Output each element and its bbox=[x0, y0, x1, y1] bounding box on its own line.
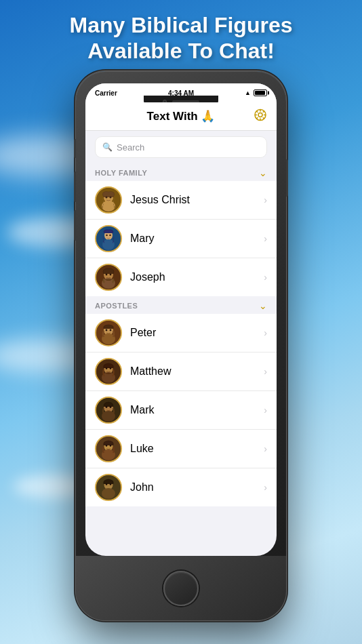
svg-point-28 bbox=[106, 329, 108, 331]
home-button[interactable] bbox=[163, 571, 199, 606]
item-name-joseph: Joseph bbox=[130, 271, 264, 283]
avatar-john bbox=[95, 474, 122, 501]
avatar-jesus bbox=[95, 186, 122, 214]
search-container: 🔍 Search bbox=[85, 131, 277, 163]
power-button bbox=[286, 159, 288, 197]
search-placeholder: Search bbox=[117, 142, 144, 153]
svg-point-1 bbox=[258, 113, 262, 117]
mute-button bbox=[74, 139, 76, 158]
item-name-luke: Luke bbox=[130, 443, 264, 455]
home-button-area bbox=[76, 556, 286, 620]
chevron-right-icon: › bbox=[264, 443, 267, 454]
svg-point-29 bbox=[110, 329, 112, 331]
svg-point-43 bbox=[106, 445, 108, 447]
list-item-peter[interactable]: Peter › bbox=[85, 314, 277, 353]
avatar-joseph bbox=[95, 264, 122, 291]
battery-icon bbox=[254, 89, 267, 96]
section-header-holy-family: HOLY FAMILY ⌄ bbox=[85, 163, 277, 181]
chevron-right-icon: › bbox=[264, 233, 267, 244]
chevron-right-icon: › bbox=[264, 366, 267, 377]
avatar-mark bbox=[95, 397, 122, 424]
svg-point-23 bbox=[106, 274, 108, 276]
item-name-matthew: Matthew bbox=[130, 365, 264, 378]
svg-line-6 bbox=[256, 110, 258, 112]
headline-line2: Available To Chat! bbox=[87, 39, 275, 63]
section-label-holy-family: HOLY FAMILY bbox=[95, 169, 147, 177]
list-item-joseph[interactable]: Joseph › bbox=[85, 258, 277, 296]
volume-up-button bbox=[74, 172, 76, 202]
svg-point-38 bbox=[106, 406, 108, 408]
phone-frame: Carrier 4:34 AM ▲ Text With 🙏 bbox=[76, 71, 286, 620]
svg-point-49 bbox=[110, 483, 112, 485]
status-icons: ▲ bbox=[245, 89, 267, 96]
apostles-list: Peter › bbox=[85, 314, 277, 506]
nav-title: Text With 🙏 bbox=[147, 109, 216, 123]
avatar-matthew bbox=[95, 358, 122, 385]
svg-line-9 bbox=[256, 117, 258, 119]
svg-point-39 bbox=[110, 406, 112, 408]
list-item-jesus[interactable]: Jesus Christ › bbox=[85, 181, 277, 220]
chevron-right-icon: › bbox=[264, 482, 267, 493]
svg-line-8 bbox=[263, 110, 264, 112]
search-bar[interactable]: 🔍 Search bbox=[95, 136, 267, 158]
chevron-right-icon: › bbox=[264, 405, 267, 416]
chevron-right-icon: › bbox=[264, 327, 267, 338]
settings-button[interactable] bbox=[254, 108, 267, 125]
page-headline: Many Biblical Figures Available To Chat! bbox=[0, 12, 362, 64]
svg-point-12 bbox=[102, 201, 115, 212]
section-label-apostles: APOSTLES bbox=[95, 302, 138, 310]
list-item-john[interactable]: John › bbox=[85, 468, 277, 506]
svg-line-7 bbox=[263, 117, 264, 119]
list-item-mark[interactable]: Mark › bbox=[85, 391, 277, 430]
svg-point-13 bbox=[106, 197, 108, 199]
item-name-peter: Peter bbox=[130, 327, 264, 339]
navigation-bar: Text With 🙏 bbox=[85, 102, 277, 131]
list-item-luke[interactable]: Luke › bbox=[85, 430, 277, 468]
avatar-mary bbox=[95, 225, 122, 252]
svg-point-44 bbox=[110, 445, 112, 447]
chevron-right-icon: › bbox=[264, 272, 267, 283]
carrier-text: Carrier bbox=[95, 89, 117, 97]
svg-point-34 bbox=[110, 367, 112, 369]
avatar-luke bbox=[95, 435, 122, 462]
volume-down-button bbox=[74, 210, 76, 241]
headline-line1: Many Biblical Figures bbox=[70, 13, 293, 37]
svg-point-48 bbox=[106, 483, 108, 485]
chevron-right-icon: › bbox=[264, 195, 267, 205]
svg-point-24 bbox=[110, 274, 112, 276]
list-item-mary[interactable]: Mary › bbox=[85, 220, 277, 258]
item-name-mary: Mary bbox=[130, 233, 264, 245]
search-icon: 🔍 bbox=[102, 142, 113, 152]
item-name-jesus: Jesus Christ bbox=[130, 194, 264, 206]
item-name-john: John bbox=[130, 481, 264, 494]
wifi-icon: ▲ bbox=[245, 89, 251, 96]
section-header-apostles: APOSTLES ⌄ bbox=[85, 296, 277, 314]
list-item-matthew[interactable]: Matthew › bbox=[85, 353, 277, 391]
svg-point-19 bbox=[109, 235, 111, 237]
svg-point-17 bbox=[102, 239, 115, 250]
holy-family-list: Jesus Christ › bbox=[85, 181, 277, 296]
svg-point-33 bbox=[106, 367, 108, 369]
avatar-peter bbox=[95, 319, 122, 346]
item-name-mark: Mark bbox=[130, 404, 264, 416]
svg-point-47 bbox=[102, 488, 115, 499]
section-collapse-icon[interactable]: ⌄ bbox=[259, 167, 267, 178]
section-collapse-apostles-icon[interactable]: ⌄ bbox=[259, 300, 267, 311]
svg-point-14 bbox=[110, 197, 112, 199]
phone-screen: Carrier 4:34 AM ▲ Text With 🙏 bbox=[85, 83, 277, 556]
svg-point-18 bbox=[106, 235, 108, 237]
